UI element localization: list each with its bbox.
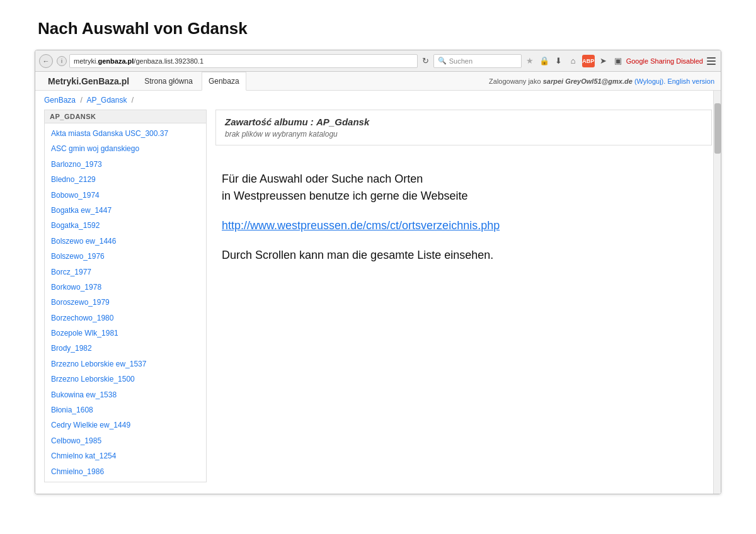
list-item: ASC gmin woj gdanskiego bbox=[45, 141, 206, 156]
list-item: Akta miasta Gdanska USC_300.37 bbox=[45, 126, 206, 141]
nav-item-home[interactable]: Strona główna bbox=[138, 72, 199, 91]
breadcrumb-sep-1: / bbox=[80, 96, 82, 105]
album-label: Zawartość albumu : bbox=[225, 116, 314, 127]
sidebar-link-21[interactable]: Chmielno kat_1254 bbox=[45, 448, 206, 463]
browser-content: GenBaza / AP_Gdansk / AP_GDANSK Akta mia… bbox=[35, 91, 721, 494]
list-item: Bogatka ew_1447 bbox=[45, 203, 206, 218]
nav-item-genbaza[interactable]: Genbaza bbox=[202, 72, 246, 91]
reload-button[interactable]: ↻ bbox=[420, 56, 431, 65]
sidebar-link-17[interactable]: Bukowina ew_1538 bbox=[45, 387, 206, 402]
sidebar-link-18[interactable]: Błonia_1608 bbox=[45, 402, 206, 418]
address-protocol: metryki. bbox=[74, 57, 98, 65]
album-note: brak plików w wybranym katalogu bbox=[225, 130, 702, 139]
sidebar-link-19[interactable]: Cedry Wielkie ew_1449 bbox=[45, 418, 206, 433]
sidebar-link-11[interactable]: Boroszewo_1979 bbox=[45, 295, 206, 310]
search-bar[interactable]: 🔍 Suchen bbox=[433, 54, 522, 68]
list-item: Błonia_1608 bbox=[45, 402, 206, 418]
sidebar-list: Akta miasta Gdanska USC_300.37 ASC gmin … bbox=[45, 123, 206, 482]
list-item: Bolszewo_1976 bbox=[45, 249, 206, 264]
username: sarpei GreyOwl51@gmx.de bbox=[543, 77, 633, 85]
list-item: Borzechowo_1980 bbox=[45, 310, 206, 326]
list-item: Bledno_2129 bbox=[45, 172, 206, 187]
sidebar-link-6[interactable]: Bogatka_1592 bbox=[45, 218, 206, 233]
user-info-label: Zalogowany jako bbox=[489, 77, 541, 85]
list-item: Brody_1982 bbox=[45, 341, 206, 356]
address-bar[interactable]: metryki.genbaza.pl/genbaza.list.392380.1 bbox=[69, 54, 418, 68]
sidebar-link-5[interactable]: Bogatka ew_1447 bbox=[45, 203, 206, 218]
sidebar-link-13[interactable]: Bozepole Wlk_1981 bbox=[45, 326, 206, 341]
sidebar-link-0[interactable]: Akta miasta Gdanska USC_300.37 bbox=[45, 126, 206, 141]
list-item: Bolszewo ew_1446 bbox=[45, 234, 206, 249]
breadcrumb-genbaza[interactable]: GenBaza bbox=[44, 96, 76, 105]
info-button[interactable]: i bbox=[57, 56, 67, 66]
sidebar-link-8[interactable]: Bolszewo_1976 bbox=[45, 249, 206, 264]
sidebar-link-1[interactable]: ASC gmin woj gdanskiego bbox=[45, 141, 206, 156]
download-icon[interactable]: ⬇ bbox=[553, 55, 564, 67]
content-layout: AP_GDANSK Akta miasta Gdanska USC_300.37… bbox=[35, 110, 721, 482]
address-text: metryki.genbaza.pl/genbaza.list.392380.1 bbox=[74, 57, 203, 65]
sidebar-link-12[interactable]: Borzechowo_1980 bbox=[45, 310, 206, 326]
abp-badge[interactable]: ABP bbox=[582, 55, 595, 67]
sidebar-link-7[interactable]: Bolszewo ew_1446 bbox=[45, 234, 206, 249]
sidebar-link-16[interactable]: Brzezno Leborskie_1500 bbox=[45, 372, 206, 387]
main-para-2: Durch Scrollen kann man die gesamte List… bbox=[222, 247, 706, 264]
sidebar-link-15[interactable]: Brzezno Leborskie ew_1537 bbox=[45, 356, 206, 372]
menu-button[interactable] bbox=[706, 55, 717, 67]
scrollbar[interactable] bbox=[713, 91, 721, 494]
address-path: /genbaza.list.392380.1 bbox=[134, 57, 203, 65]
sidebar-link-20[interactable]: Celbowo_1985 bbox=[45, 433, 206, 448]
sidebar-title: AP_GDANSK bbox=[45, 110, 206, 123]
list-item: Bukowina ew_1538 bbox=[45, 387, 206, 402]
list-item: Chmielno_1986 bbox=[45, 464, 206, 479]
breadcrumb-sep-2: / bbox=[132, 96, 134, 105]
user-info: Zalogowany jako sarpei GreyOwl51@gmx.de … bbox=[489, 77, 714, 85]
sidebar-link-14[interactable]: Brody_1982 bbox=[45, 341, 206, 356]
external-link[interactable]: http://www.westpreussen.de/cms/ct/ortsve… bbox=[222, 219, 500, 232]
breadcrumb: GenBaza / AP_Gdansk / bbox=[35, 91, 721, 110]
main-text-line1: Für die Auswahl oder Suche nach Orten bbox=[222, 173, 423, 185]
list-item: Chmielno kat_1254 bbox=[45, 448, 206, 463]
language-link[interactable]: English version bbox=[667, 77, 714, 85]
google-sharing-label[interactable]: Google Sharing Disabled bbox=[626, 57, 703, 65]
scrollbar-thumb[interactable] bbox=[714, 103, 721, 154]
album-title: Zawartość albumu : AP_Gdansk bbox=[225, 116, 702, 127]
page-heading: Nach Auswahl von Gdansk bbox=[0, 0, 756, 50]
sidebar-link-9[interactable]: Borcz_1977 bbox=[45, 264, 206, 280]
list-item: Cedry Wielkie ew_1449 bbox=[45, 418, 206, 433]
site-logo[interactable]: Metryki.GenBaza.pl bbox=[42, 76, 135, 86]
main-para-1: Für die Auswahl oder Suche nach Orten in… bbox=[222, 171, 706, 205]
list-item: Bozepole Wlk_1981 bbox=[45, 326, 206, 341]
list-item: Bogatka_1592 bbox=[45, 218, 206, 233]
main-text-block: Für die Auswahl oder Suche nach Orten in… bbox=[215, 158, 712, 264]
list-item: Boroszewo_1979 bbox=[45, 295, 206, 310]
album-box: Zawartość albumu : AP_Gdansk brak plików… bbox=[215, 110, 712, 145]
sidebar-link-22[interactable]: Chmielno_1986 bbox=[45, 464, 206, 479]
extensions-icon[interactable]: ▣ bbox=[612, 55, 624, 67]
list-item: Borkowo_1978 bbox=[45, 280, 206, 295]
browser-toolbar: ← i metryki.genbaza.pl/genbaza.list.3923… bbox=[35, 50, 721, 72]
sidebar: AP_GDANSK Akta miasta Gdanska USC_300.37… bbox=[44, 110, 207, 482]
home-icon[interactable]: ⌂ bbox=[568, 55, 579, 67]
back-button[interactable]: ← bbox=[39, 54, 53, 68]
breadcrumb-ap-gdansk[interactable]: AP_Gdansk bbox=[86, 96, 127, 105]
lock-icon[interactable]: 🔒 bbox=[539, 55, 550, 67]
search-placeholder: Suchen bbox=[449, 57, 472, 65]
browser-window: ← i metryki.genbaza.pl/genbaza.list.3923… bbox=[35, 50, 721, 494]
arrow-icon[interactable]: ➤ bbox=[598, 55, 609, 67]
sidebar-link-4[interactable]: Bobowo_1974 bbox=[45, 188, 206, 203]
list-item: Brzezno Leborskie_1500 bbox=[45, 372, 206, 387]
sidebar-link-2[interactable]: Barlozno_1973 bbox=[45, 157, 206, 172]
address-domain: genbaza.pl bbox=[98, 57, 134, 65]
list-item: Brzezno Leborskie ew_1537 bbox=[45, 356, 206, 372]
logout-link[interactable]: (Wyloguj). bbox=[634, 77, 665, 85]
nav-menu-bar: Metryki.GenBaza.pl Strona główna Genbaza… bbox=[35, 72, 721, 91]
album-name: AP_Gdansk bbox=[316, 116, 369, 127]
main-text-line2: in Westpreussen benutze ich gerne die We… bbox=[222, 190, 468, 202]
sidebar-link-10[interactable]: Borkowo_1978 bbox=[45, 280, 206, 295]
main-content: Zawartość albumu : AP_Gdansk brak plików… bbox=[207, 110, 721, 482]
list-item: Barlozno_1973 bbox=[45, 157, 206, 172]
list-item: Borcz_1977 bbox=[45, 264, 206, 280]
sidebar-link-3[interactable]: Bledno_2129 bbox=[45, 172, 206, 187]
bookmark-icon[interactable]: ★ bbox=[524, 55, 536, 67]
list-item: Celbowo_1985 bbox=[45, 433, 206, 448]
